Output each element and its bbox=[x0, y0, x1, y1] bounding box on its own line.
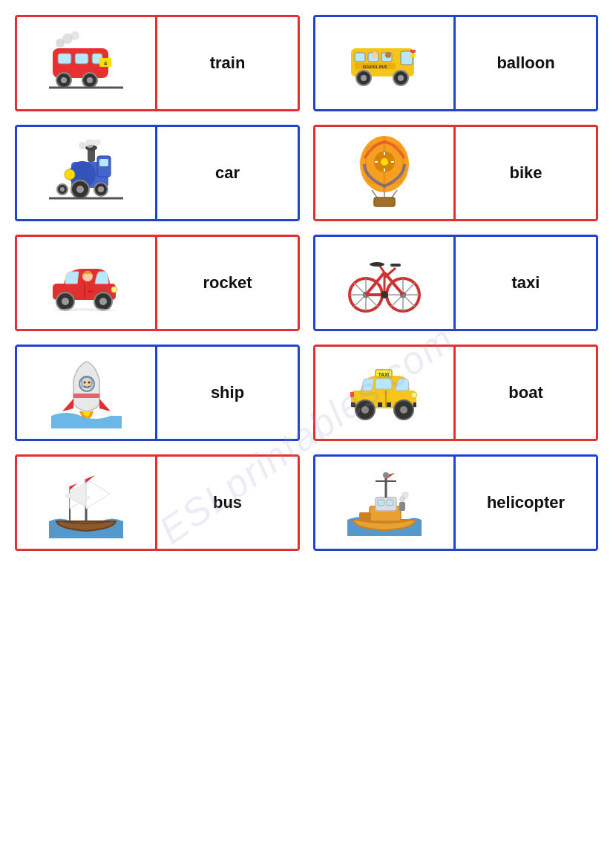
svg-point-22 bbox=[361, 75, 367, 81]
bus-label: bus bbox=[157, 457, 298, 549]
svg-point-125 bbox=[401, 492, 409, 499]
train-image: 4 bbox=[17, 17, 157, 109]
svg-point-40 bbox=[60, 187, 65, 192]
svg-point-121 bbox=[383, 472, 389, 478]
balloon-image: SCHOOL BUS bbox=[315, 17, 456, 109]
ship-image bbox=[17, 347, 157, 439]
svg-point-88 bbox=[381, 291, 388, 298]
svg-rect-1 bbox=[58, 53, 71, 64]
svg-rect-93 bbox=[73, 394, 99, 398]
taxi-label: taxi bbox=[456, 237, 596, 329]
card-grid: 4 train bbox=[15, 15, 598, 551]
svg-point-109 bbox=[411, 392, 417, 398]
svg-point-65 bbox=[111, 287, 117, 293]
boat-image: TAXI bbox=[315, 347, 456, 439]
svg-point-20 bbox=[385, 52, 391, 58]
boat-card: TAXI bbox=[313, 345, 598, 441]
ship-label: ship bbox=[157, 347, 298, 439]
taxi-card: taxi bbox=[313, 235, 598, 331]
svg-point-91 bbox=[83, 381, 85, 383]
svg-rect-118 bbox=[387, 500, 393, 506]
svg-rect-28 bbox=[410, 54, 416, 57]
svg-text:4: 4 bbox=[104, 60, 108, 67]
taxi-image bbox=[315, 237, 456, 329]
svg-point-63 bbox=[99, 298, 107, 305]
svg-text:TAXI: TAXI bbox=[378, 372, 390, 377]
rocket-image bbox=[17, 237, 157, 329]
svg-point-44 bbox=[94, 140, 101, 146]
svg-rect-110 bbox=[350, 392, 354, 397]
svg-point-106 bbox=[361, 406, 369, 414]
svg-point-38 bbox=[98, 186, 104, 192]
boat-label: boat bbox=[456, 347, 596, 439]
svg-line-54 bbox=[372, 190, 377, 198]
svg-rect-27 bbox=[410, 50, 416, 53]
bike-card: bike bbox=[313, 125, 598, 221]
svg-rect-34 bbox=[99, 159, 108, 166]
svg-point-42 bbox=[79, 142, 86, 149]
bus-image bbox=[17, 457, 157, 549]
svg-point-41 bbox=[65, 169, 75, 180]
svg-point-53 bbox=[381, 158, 388, 166]
svg-rect-67 bbox=[88, 290, 94, 293]
balloon-card: SCHOOL BUS balloon bbox=[313, 15, 598, 111]
svg-rect-57 bbox=[374, 198, 395, 206]
svg-rect-123 bbox=[399, 502, 405, 511]
svg-rect-112 bbox=[376, 379, 392, 389]
helicopter-card: helicopter bbox=[313, 454, 598, 551]
bike-image bbox=[315, 127, 456, 219]
svg-rect-15 bbox=[401, 51, 413, 65]
bus-card: bus bbox=[15, 454, 300, 551]
svg-point-36 bbox=[76, 186, 84, 193]
svg-line-56 bbox=[392, 190, 397, 198]
svg-point-85 bbox=[370, 262, 384, 267]
rocket-label: rocket bbox=[157, 237, 298, 329]
svg-text:SCHOOL BUS: SCHOOL BUS bbox=[362, 65, 387, 69]
rocket-card: rocket bbox=[15, 235, 300, 331]
svg-point-5 bbox=[61, 77, 67, 83]
train-card: 4 train bbox=[15, 15, 300, 111]
svg-rect-16 bbox=[355, 53, 365, 62]
svg-rect-122 bbox=[359, 512, 371, 521]
svg-point-19 bbox=[372, 52, 378, 58]
car-card: car bbox=[15, 125, 300, 221]
helicopter-label: helicopter bbox=[456, 457, 596, 549]
svg-point-13 bbox=[71, 31, 79, 40]
svg-point-7 bbox=[87, 77, 93, 83]
bike-label: bike bbox=[456, 127, 596, 219]
svg-rect-2 bbox=[75, 53, 88, 64]
helicopter-image bbox=[315, 457, 456, 549]
svg-rect-117 bbox=[378, 500, 384, 506]
balloon-label: balloon bbox=[456, 17, 596, 109]
train-label: train bbox=[157, 17, 298, 109]
car-label: car bbox=[157, 127, 298, 219]
svg-point-92 bbox=[88, 381, 90, 383]
svg-point-61 bbox=[62, 298, 69, 305]
car-image bbox=[17, 127, 157, 219]
svg-point-108 bbox=[400, 406, 407, 414]
ship-card: ship bbox=[15, 345, 300, 441]
svg-point-24 bbox=[398, 75, 404, 81]
